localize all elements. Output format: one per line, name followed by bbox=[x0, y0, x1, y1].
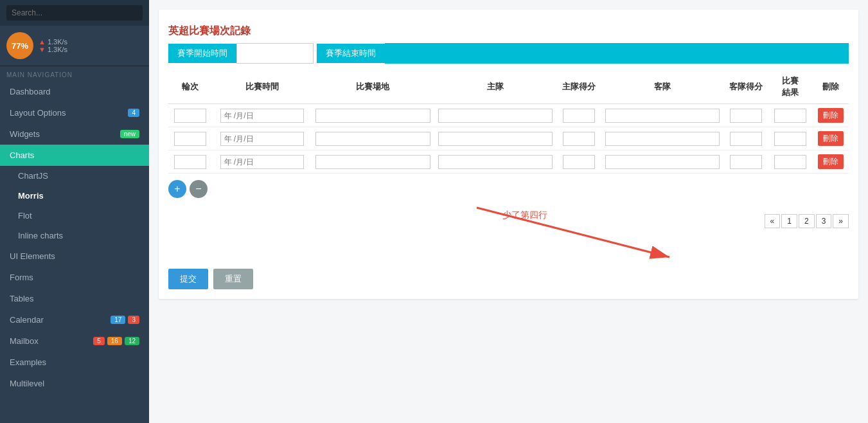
main-content: 英超比賽場次記錄 賽季開始時間 賽季結束時間 輪次 比賽時間 比賽場地 主隊 主… bbox=[149, 0, 868, 423]
submit-area: 提交 重置 bbox=[168, 269, 849, 289]
row1-home-score-input[interactable] bbox=[563, 109, 595, 123]
season-spacer bbox=[385, 43, 849, 64]
annotation-text: 少了第四行 bbox=[502, 210, 547, 221]
calendar-badge-1: 17 bbox=[111, 316, 125, 324]
sidebar-item-multilevel[interactable]: Multilevel bbox=[0, 373, 149, 394]
row2-round-input[interactable] bbox=[174, 132, 206, 146]
page-title-row: 英超比賽場次記錄 bbox=[168, 19, 849, 43]
sidebar: 77% ▲ 1.3K/s ▼ 1.3K/s MAIN NAVIGATION Da… bbox=[0, 0, 149, 423]
sidebar-item-layout-options[interactable]: Layout Options 4 bbox=[0, 102, 149, 123]
row1-round-input[interactable] bbox=[174, 109, 206, 123]
row2-venue-input[interactable] bbox=[315, 132, 430, 146]
col-away-score: 客隊得分 bbox=[723, 70, 768, 104]
sidebar-item-chartjs[interactable]: ChartJS bbox=[0, 166, 149, 186]
annotation-area: 少了第四行 « 1 2 3 » bbox=[168, 204, 849, 262]
stat-down: ▼ 1.3K/s bbox=[39, 46, 67, 53]
row1-date-input[interactable] bbox=[220, 109, 304, 123]
row1-venue-input[interactable] bbox=[315, 109, 430, 123]
sidebar-item-ui-elements[interactable]: UI Elements bbox=[0, 246, 149, 267]
page-1-button[interactable]: 1 bbox=[781, 214, 797, 228]
sidebar-item-tables[interactable]: Tables bbox=[0, 288, 149, 309]
row2-home-input[interactable] bbox=[438, 132, 553, 146]
col-delete: 刪除 bbox=[812, 70, 849, 104]
sidebar-item-examples[interactable]: Examples bbox=[0, 352, 149, 373]
row3-home-score-input[interactable] bbox=[563, 155, 595, 169]
user-stats: ▲ 1.3K/s ▼ 1.3K/s bbox=[39, 38, 67, 53]
col-home: 主隊 bbox=[434, 70, 556, 104]
row2-away-input[interactable] bbox=[605, 132, 720, 146]
page-title: 英超比賽場次記錄 bbox=[168, 24, 251, 38]
season-start-button[interactable]: 賽季開始時間 bbox=[168, 44, 236, 63]
row1-away-input[interactable] bbox=[605, 109, 720, 123]
row1-away-score-input[interactable] bbox=[730, 109, 762, 123]
page-next-button[interactable]: » bbox=[833, 214, 849, 228]
row3-delete-button[interactable]: 刪除 bbox=[818, 154, 844, 169]
search-area bbox=[0, 0, 149, 26]
sidebar-item-calendar[interactable]: Calendar 17 3 bbox=[0, 309, 149, 330]
calendar-badge-2: 3 bbox=[128, 316, 139, 324]
sidebar-item-widgets[interactable]: Widgets new bbox=[0, 123, 149, 145]
season-end-button[interactable]: 賽季結束時間 bbox=[317, 44, 385, 63]
row2-delete-button[interactable]: 刪除 bbox=[818, 131, 844, 146]
row2-result-input[interactable] bbox=[774, 132, 806, 146]
season-bar: 賽季開始時間 賽季結束時間 bbox=[168, 43, 849, 64]
row1-home-input[interactable] bbox=[438, 109, 553, 123]
table-row: 刪除 bbox=[168, 127, 849, 150]
table-row: 刪除 bbox=[168, 104, 849, 127]
row2-date-input[interactable] bbox=[220, 132, 304, 146]
row3-home-input[interactable] bbox=[438, 155, 553, 169]
user-avatar: 77% bbox=[6, 32, 33, 59]
add-row-button[interactable]: + bbox=[168, 180, 186, 198]
row3-away-input[interactable] bbox=[605, 155, 720, 169]
row3-date-input[interactable] bbox=[220, 155, 304, 169]
page-3-button[interactable]: 3 bbox=[816, 214, 832, 228]
sidebar-item-inline-charts[interactable]: Inline charts bbox=[0, 226, 149, 246]
row3-away-score-input[interactable] bbox=[730, 155, 762, 169]
col-result: 比賽結果 bbox=[768, 70, 812, 104]
mailbox-badge-3: 12 bbox=[125, 337, 139, 345]
col-venue: 比賽場地 bbox=[312, 70, 434, 104]
page-prev-button[interactable]: « bbox=[765, 214, 781, 228]
row2-away-score-input[interactable] bbox=[730, 132, 762, 146]
sidebar-item-flot[interactable]: Flot bbox=[0, 206, 149, 226]
nav-section-title: MAIN NAVIGATION bbox=[0, 66, 149, 81]
row3-round-input[interactable] bbox=[174, 155, 206, 169]
col-time: 比賽時間 bbox=[212, 70, 312, 104]
user-area: 77% ▲ 1.3K/s ▼ 1.3K/s bbox=[0, 26, 149, 66]
table-row: 刪除 bbox=[168, 150, 849, 174]
col-home-score: 主隊得分 bbox=[556, 70, 601, 104]
stat-up: ▲ 1.3K/s bbox=[39, 38, 67, 46]
sidebar-item-charts[interactable]: Charts bbox=[0, 145, 149, 166]
mailbox-badge-2: 16 bbox=[107, 337, 122, 345]
page-2-button[interactable]: 2 bbox=[799, 214, 815, 228]
remove-row-button[interactable]: − bbox=[190, 180, 208, 198]
reset-button[interactable]: 重置 bbox=[213, 269, 253, 289]
row2-home-score-input[interactable] bbox=[563, 132, 595, 146]
row3-result-input[interactable] bbox=[774, 155, 806, 169]
row1-result-input[interactable] bbox=[774, 109, 806, 123]
match-table: 輪次 比賽時間 比賽場地 主隊 主隊得分 客隊 客隊得分 比賽結果 刪除 bbox=[168, 70, 849, 174]
pagination: « 1 2 3 » bbox=[765, 214, 849, 228]
layout-options-badge: 4 bbox=[128, 109, 139, 117]
row3-venue-input[interactable] bbox=[315, 155, 430, 169]
row-controls: + − bbox=[168, 180, 849, 198]
col-away: 客隊 bbox=[601, 70, 723, 104]
calendar-badges: 17 3 bbox=[111, 316, 139, 324]
search-input[interactable] bbox=[6, 5, 143, 21]
mailbox-badges: 5 16 12 bbox=[92, 337, 139, 345]
content-card: 英超比賽場次記錄 賽季開始時間 賽季結束時間 輪次 比賽時間 比賽場地 主隊 主… bbox=[159, 10, 858, 299]
sidebar-item-forms[interactable]: Forms bbox=[0, 267, 149, 288]
col-round: 輪次 bbox=[168, 70, 212, 104]
sidebar-item-morris[interactable]: Morris bbox=[0, 186, 149, 206]
mailbox-badge-1: 5 bbox=[93, 337, 105, 345]
sidebar-item-dashboard[interactable]: Dashboard bbox=[0, 81, 149, 102]
row1-delete-button[interactable]: 刪除 bbox=[818, 108, 844, 123]
widgets-badge: new bbox=[120, 130, 139, 138]
sidebar-item-mailbox[interactable]: Mailbox 5 16 12 bbox=[0, 330, 149, 352]
submit-button[interactable]: 提交 bbox=[168, 269, 208, 289]
